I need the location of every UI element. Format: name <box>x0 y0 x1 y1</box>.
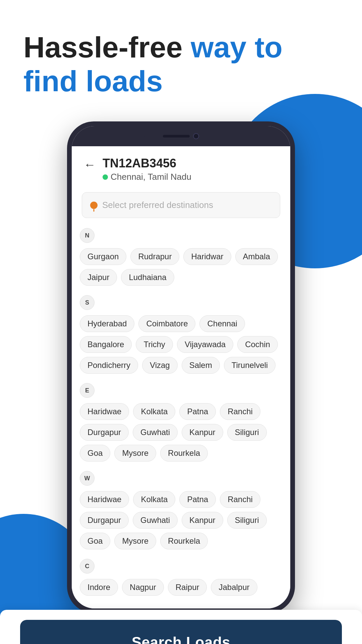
tag-ludhaiana[interactable]: Ludhaiana <box>121 269 174 286</box>
tag-ranchi[interactable]: Ranchi <box>220 491 260 508</box>
vehicle-info: TN12AB3456 Chennai, Tamil Nadu <box>103 156 191 182</box>
vehicle-id: TN12AB3456 <box>103 156 191 170</box>
tag-guwhati[interactable]: Guwhati <box>133 512 178 529</box>
tag-rourkela[interactable]: Rourkela <box>160 533 208 549</box>
tag-durgapur[interactable]: Durgapur <box>80 512 129 529</box>
hero-title-normal: Hassle-free <box>23 31 191 64</box>
tag-patna[interactable]: Patna <box>179 491 216 508</box>
tag-siliguri[interactable]: Siliguri <box>227 512 267 529</box>
tag-pondicherry[interactable]: Pondicherry <box>80 357 138 374</box>
hero-title: Hassle-free way to find loads <box>23 30 339 98</box>
destination-search-box[interactable]: Select preferred destinations <box>82 192 280 218</box>
tag-kolkata[interactable]: Kolkata <box>133 403 175 420</box>
direction-section-central: CIndoreNagpurRaipurJabalpur <box>80 559 282 596</box>
tags-container-north: GurgaonRudrapurHaridwarAmbalaJaipurLudha… <box>80 248 282 286</box>
tag-coimbatore[interactable]: Coimbatore <box>138 315 195 332</box>
vehicle-location: Chennai, Tamil Nadu <box>103 172 191 182</box>
tag-indore[interactable]: Indore <box>80 579 118 596</box>
direction-icon-west: W <box>80 471 95 486</box>
direction-header-east: E <box>80 383 282 398</box>
location-dot <box>103 174 108 180</box>
hero-section: Hassle-free way to find loads <box>0 0 362 115</box>
tag-salem[interactable]: Salem <box>182 357 220 374</box>
tag-goa[interactable]: Goa <box>80 533 110 549</box>
tag-jaipur[interactable]: Jaipur <box>80 269 117 286</box>
tag-goa[interactable]: Goa <box>80 445 110 462</box>
tag-nagpur[interactable]: Nagpur <box>122 579 164 596</box>
tag-rourkela[interactable]: Rourkela <box>160 445 208 462</box>
location-text: Chennai, Tamil Nadu <box>111 172 191 182</box>
tag-kanpur[interactable]: Kanpur <box>182 424 223 441</box>
tag-trichy[interactable]: Trichy <box>136 336 173 353</box>
tag-haridwae[interactable]: Haridwae <box>80 403 129 420</box>
tags-container-central: IndoreNagpurRaipurJabalpur <box>80 579 282 596</box>
tag-guwhati[interactable]: Guwhati <box>133 424 178 441</box>
tag-gurgaon[interactable]: Gurgaon <box>80 248 126 265</box>
tag-patna[interactable]: Patna <box>179 403 216 420</box>
tag-cochin[interactable]: Cochin <box>237 336 278 353</box>
phone-notch <box>144 129 218 144</box>
direction-header-north: N <box>80 228 282 243</box>
direction-section-west: WHaridwaeKolkataPatnaRanchiDurgapurGuwha… <box>80 471 282 549</box>
tag-vijayawada[interactable]: Vijayawada <box>177 336 233 353</box>
tag-rudrapur[interactable]: Rudrapur <box>130 248 179 265</box>
tag-mysore[interactable]: Mysore <box>114 533 156 549</box>
app-header: ← TN12AB3456 Chennai, Tamil Nadu <box>72 146 290 189</box>
direction-icon-east: E <box>80 383 95 398</box>
notch-camera <box>193 133 199 139</box>
direction-section-south: SHyderabadCoimbatoreChennaiBangaloreTric… <box>80 295 282 374</box>
direction-section-north: NGurgaonRudrapurHaridwarAmbalaJaipurLudh… <box>80 228 282 286</box>
tag-kanpur[interactable]: Kanpur <box>182 512 223 529</box>
directions-list: NGurgaonRudrapurHaridwarAmbalaJaipurLudh… <box>72 225 290 608</box>
direction-header-central: C <box>80 559 282 574</box>
back-button[interactable]: ← <box>84 158 96 172</box>
tag-hyderabad[interactable]: Hyderabad <box>80 315 134 332</box>
tag-chennai[interactable]: Chennai <box>199 315 245 332</box>
tags-container-east: HaridwaeKolkataPatnaRanchiDurgapurGuwhat… <box>80 403 282 462</box>
search-loads-button[interactable]: Search Loads <box>20 620 342 644</box>
search-placeholder: Select preferred destinations <box>102 200 213 210</box>
tag-tirunelveli[interactable]: Tirunelveli <box>224 357 276 374</box>
tag-ambala[interactable]: Ambala <box>235 248 278 265</box>
direction-section-east: EHaridwaeKolkataPatnaRanchiDurgapurGuwha… <box>80 383 282 462</box>
bottom-card: Search Loads <box>0 610 362 644</box>
notch-speaker <box>163 135 190 138</box>
phone-notch-area <box>72 126 290 146</box>
direction-header-south: S <box>80 295 282 310</box>
phone-frame: ← TN12AB3456 Chennai, Tamil Nadu Select … <box>67 121 295 613</box>
tag-ranchi[interactable]: Ranchi <box>220 403 260 420</box>
tag-siliguri[interactable]: Siliguri <box>227 424 267 441</box>
tag-raipur[interactable]: Raipur <box>168 579 207 596</box>
direction-icon-central: C <box>80 559 95 574</box>
tags-container-west: HaridwaeKolkataPatnaRanchiDurgapurGuwhat… <box>80 491 282 549</box>
direction-icon-south: S <box>80 295 95 310</box>
phone-mockup: ← TN12AB3456 Chennai, Tamil Nadu Select … <box>0 121 362 613</box>
tag-haridwar[interactable]: Haridwar <box>183 248 231 265</box>
phone-screen: ← TN12AB3456 Chennai, Tamil Nadu Select … <box>72 146 290 608</box>
tag-kolkata[interactable]: Kolkata <box>133 491 175 508</box>
tag-jabalpur[interactable]: Jabalpur <box>211 579 257 596</box>
phone-screen-area: ← TN12AB3456 Chennai, Tamil Nadu Select … <box>72 126 290 608</box>
direction-header-west: W <box>80 471 282 486</box>
tag-mysore[interactable]: Mysore <box>114 445 156 462</box>
bottom-section: Search Loads <box>0 610 362 644</box>
tag-haridwae[interactable]: Haridwae <box>80 491 129 508</box>
tags-container-south: HyderabadCoimbatoreChennaiBangaloreTrich… <box>80 315 282 374</box>
tag-bangalore[interactable]: Bangalore <box>80 336 132 353</box>
destination-icon <box>90 202 98 209</box>
direction-icon-north: N <box>80 228 95 243</box>
tag-vizag[interactable]: Vizag <box>142 357 178 374</box>
tag-durgapur[interactable]: Durgapur <box>80 424 129 441</box>
